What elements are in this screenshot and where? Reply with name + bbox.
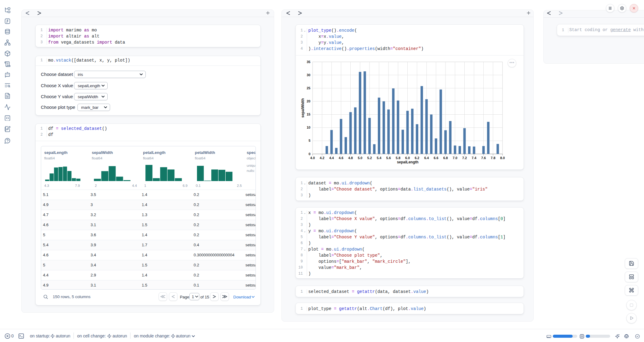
svg-text:5.6: 5.6 xyxy=(386,156,391,160)
svg-text:5.0: 5.0 xyxy=(358,156,362,160)
svg-text:4.8: 4.8 xyxy=(348,156,353,160)
svg-text:30: 30 xyxy=(307,73,310,77)
svg-text:7.6: 7.6 xyxy=(481,156,486,160)
svg-text:0: 0 xyxy=(309,152,310,156)
svg-text:7.8: 7.8 xyxy=(491,156,495,160)
svg-text:7.2: 7.2 xyxy=(462,156,467,160)
svg-text:4.4: 4.4 xyxy=(329,156,334,160)
svg-text:4.0: 4.0 xyxy=(310,156,315,160)
svg-text:7.4: 7.4 xyxy=(472,156,477,160)
svg-text:8.0: 8.0 xyxy=(500,156,505,160)
svg-text:7.0: 7.0 xyxy=(453,156,457,160)
svg-text:6.4: 6.4 xyxy=(424,156,429,160)
svg-text:5.8: 5.8 xyxy=(396,156,400,160)
svg-text:20: 20 xyxy=(307,99,310,103)
svg-text:5.2: 5.2 xyxy=(367,156,372,160)
svg-text:sepalLength: sepalLength xyxy=(397,160,419,164)
svg-text:5: 5 xyxy=(309,139,310,142)
svg-text:35: 35 xyxy=(307,60,310,64)
svg-text:6.6: 6.6 xyxy=(434,156,438,160)
svg-text:4.2: 4.2 xyxy=(320,156,324,160)
svg-text:sepalWidth: sepalWidth xyxy=(301,98,305,118)
svg-text:4.6: 4.6 xyxy=(339,156,343,160)
svg-text:5.4: 5.4 xyxy=(377,156,381,160)
svg-text:15: 15 xyxy=(307,112,310,116)
svg-text:6.0: 6.0 xyxy=(405,156,410,160)
svg-text:10: 10 xyxy=(307,126,310,129)
svg-text:6.8: 6.8 xyxy=(443,156,448,160)
svg-text:6.2: 6.2 xyxy=(415,156,419,160)
svg-text:25: 25 xyxy=(307,86,310,90)
